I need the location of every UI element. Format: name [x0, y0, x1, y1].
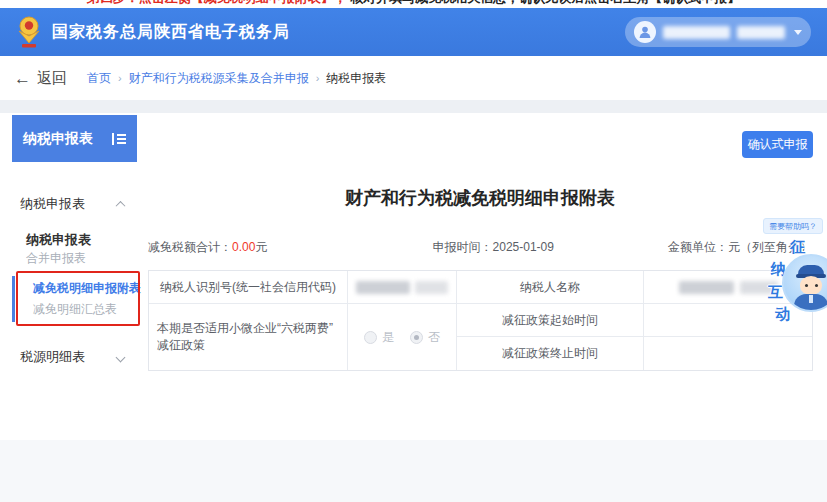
page-divider-band [0, 100, 827, 113]
back-button[interactable]: ← 返回 [14, 69, 67, 88]
user-avatar-icon [634, 21, 656, 43]
form-meta-row: 减免税额合计：0.00元 申报时间：2025-01-09 金额单位：元（列至角分… [148, 239, 812, 256]
sidebar-group-tax-source[interactable]: 税源明细表 [20, 348, 138, 366]
assistant-tooltip: 需要帮助吗？ [763, 218, 823, 234]
reduction-total-value: 0.00 [232, 240, 255, 254]
assistant-char: 互 [768, 283, 783, 302]
radio-option-yes[interactable]: 是 [364, 329, 394, 346]
sidebar-item-tax-return[interactable]: 纳税申报表 [26, 231, 91, 249]
declare-time-label: 申报时间： [433, 240, 493, 254]
sidebar-header-label: 纳税申报表 [23, 130, 93, 148]
radio-label-yes: 是 [382, 329, 394, 346]
confirm-declare-button[interactable]: 确认式申报 [742, 131, 813, 158]
breadcrumb-row: ← 返回 首页 › 财产和行为税税源采集及合并申报 › 纳税申报表 [0, 56, 827, 100]
reduction-total-label: 减免税额合计： [148, 240, 232, 254]
declare-time-value: 2025-01-09 [493, 240, 554, 254]
user-account-menu[interactable] [625, 17, 811, 47]
breadcrumb-separator: › [118, 72, 122, 84]
clipped-text-red: 第四步：点击左侧【减免税明细申报附表】， [87, 0, 347, 5]
top-bar: 国家税务总局陕西省电子税务局 [0, 8, 827, 56]
breadcrumb-home[interactable]: 首页 [87, 70, 111, 87]
radio-circle-no-checked [410, 331, 423, 344]
sidebar-header[interactable]: 纳税申报表 [12, 115, 137, 162]
sidebar-group-label: 税源明细表 [20, 348, 85, 366]
taxpayer-id-label-cell: 纳税人识别号(统一社会信用代码) [149, 271, 348, 304]
policy-start-label-cell: 减征政策起始时间 [457, 304, 644, 337]
back-arrow-icon: ← [14, 70, 31, 87]
footer-band [0, 440, 827, 502]
chevron-down-icon [794, 30, 802, 35]
sidebar-group-label: 纳税申报表 [20, 195, 85, 213]
declare-time: 申报时间：2025-01-09 [374, 239, 613, 256]
breadcrumb-module[interactable]: 财产和行为税税源采集及合并申报 [129, 70, 309, 87]
assistant-widget[interactable]: 需要帮助吗？ 征 纳 互 动 [762, 218, 827, 326]
page-root: { "clipped_top": { "red_text": "第四步：点击左侧… [0, 0, 827, 502]
sidebar-item-reduction-detail[interactable]: 减免税明细申报附表 [33, 280, 141, 297]
active-item-accent-bar [12, 276, 15, 322]
sidebar-item-reduction-summary[interactable]: 减免明细汇总表 [33, 301, 117, 318]
sidebar-item-merged-return[interactable]: 合并申报表 [26, 250, 86, 267]
breadcrumb-current: 纳税申报表 [326, 70, 386, 87]
tax-emblem-logo [16, 15, 42, 49]
back-label: 返回 [37, 69, 67, 88]
form-title: 财产和行为税减免税明细申报附表 [148, 186, 812, 210]
chevron-down-icon [116, 352, 126, 362]
radio-circle-yes [364, 331, 377, 344]
radio-label-no: 否 [428, 329, 440, 346]
menu-fold-icon [112, 133, 126, 145]
redacted-username [663, 26, 730, 39]
redacted-taxpayer-name [679, 281, 734, 294]
radio-option-no[interactable]: 否 [410, 329, 440, 346]
assistant-char: 动 [775, 305, 790, 324]
sidebar-group-tax-return[interactable]: 纳税申报表 [20, 195, 138, 213]
reduction-total-unit: 元 [255, 240, 267, 254]
declaration-table: 纳税人识别号(统一社会信用代码) 纳税人名称 本期是否适用小微企业“六税两费”减… [148, 270, 813, 371]
policy-end-value-cell[interactable] [644, 337, 812, 370]
chevron-up-icon [116, 200, 126, 210]
redacted-taxpayer-id [415, 281, 448, 294]
policy-question-cell: 本期是否适用小微企业“六税两费”减征政策 [149, 304, 348, 370]
taxpayer-name-label-cell: 纳税人名称 [457, 271, 644, 304]
policy-radio-group: 是 否 [364, 329, 440, 346]
redacted-org-name [737, 26, 785, 39]
assistant-mascot-avatar [782, 254, 827, 312]
reduction-total: 减免税额合计：0.00元 [148, 239, 374, 256]
taxpayer-id-value-cell [348, 271, 457, 304]
site-title: 国家税务总局陕西省电子税务局 [52, 22, 290, 43]
clipped-tutorial-text: 第四步：点击左侧【减免税明细申报附表】， 核对并填写减免税相关信息，确认无误后点… [0, 0, 827, 8]
breadcrumb-separator: › [316, 72, 320, 84]
clipped-text-black: 核对并填写减免税相关信息，确认无误后点击右上角【确认式申报】 [350, 0, 740, 5]
redacted-taxpayer-id [356, 281, 410, 294]
breadcrumb: 首页 › 财产和行为税税源采集及合并申报 › 纳税申报表 [87, 70, 386, 87]
policy-radio-cell: 是 否 [348, 304, 457, 370]
policy-end-label-cell: 减征政策终止时间 [457, 337, 644, 370]
